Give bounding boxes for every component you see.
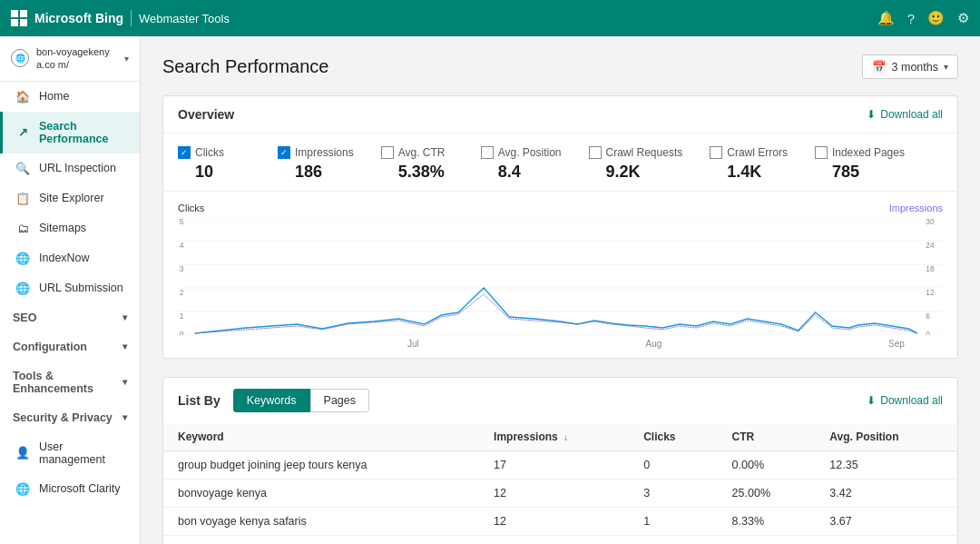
user-mgmt-icon: 👤	[15, 446, 30, 460]
clicks-checkbox[interactable]: ✓	[178, 146, 191, 159]
sidebar-label-site-explorer: Site Explorer	[39, 192, 127, 204]
sidebar-item-microsoft-clarity[interactable]: 🌐 Microsoft Clarity	[0, 474, 140, 504]
tab-pages[interactable]: Pages	[310, 389, 369, 412]
metric-indexed-pages: Indexed Pages 785	[815, 146, 905, 182]
cell-ctr: 0.00%	[718, 451, 816, 480]
brand-appname: Webmaster Tools	[139, 12, 230, 25]
sidebar-item-search-performance[interactable]: ↗ Search Performance	[0, 112, 140, 153]
list-by-title: List By	[178, 393, 220, 408]
avg-ctr-label: Avg. CTR	[398, 146, 446, 159]
cell-clicks: 0	[629, 451, 717, 480]
impressions-label: Impressions	[295, 146, 354, 159]
svg-text:6: 6	[926, 312, 930, 321]
keywords-table: Keyword Impressions ↓ Clicks CTR Avg. Po…	[163, 423, 957, 544]
seo-chevron-icon: ▾	[122, 312, 127, 322]
url-submission-icon: 🌐	[15, 282, 30, 295]
clicks-value: 10	[178, 163, 250, 182]
overview-download-label: Download all	[880, 108, 943, 121]
cell-keyword: bon voyage kenya safaris	[163, 508, 479, 536]
svg-rect-0	[11, 10, 18, 17]
sidebar-item-indexnow[interactable]: 🌐 IndexNow	[0, 243, 140, 273]
svg-text:5: 5	[180, 217, 184, 226]
impressions-sort-arrow: ↓	[564, 432, 568, 442]
site-selector[interactable]: 🌐 bon-voyagekenya.co m/ ▾	[0, 36, 140, 82]
sidebar-section-seo-label: SEO	[13, 312, 36, 324]
list-download-icon: ⬇	[867, 394, 876, 407]
overview-header: Overview ⬇ Download all	[163, 96, 957, 134]
overview-download-link[interactable]: ⬇ Download all	[867, 108, 943, 121]
sidebar-section-tools[interactable]: Tools & Enhancements ▾	[0, 361, 140, 403]
windows-icon	[11, 10, 27, 26]
site-globe-icon: 🌐	[11, 49, 29, 67]
cell-ctr: 25.00%	[718, 480, 816, 508]
chart-left-label: Clicks	[178, 203, 204, 213]
crawl-requests-checkbox[interactable]	[589, 146, 602, 159]
list-by-download-link[interactable]: ⬇ Download all	[867, 394, 943, 407]
indexed-pages-checkbox[interactable]	[815, 146, 828, 159]
sidebar-section-configuration-label: Configuration	[13, 341, 87, 353]
metrics-row: ✓ Clicks 10 ✓ Impressions 186 Avg. CTR	[163, 134, 957, 192]
chart-x-label-sep: Sep	[888, 339, 905, 349]
avg-ctr-value: 5.38%	[381, 163, 454, 182]
metric-impressions: ✓ Impressions 186	[278, 146, 354, 182]
svg-rect-1	[20, 10, 27, 17]
svg-text:3: 3	[180, 264, 184, 273]
date-picker-chevron: ▾	[944, 62, 948, 72]
main-content: Search Performance 📅 3 months ▾ Overview…	[141, 36, 980, 544]
date-picker[interactable]: 📅 3 months ▾	[862, 54, 958, 79]
cell-impressions: 12	[479, 508, 629, 536]
cell-keyword: group budget joining jeep tours kenya	[163, 451, 479, 480]
avg-position-checkbox[interactable]	[481, 146, 494, 159]
table-row: www.bonvoyage kenya 8 0 0.00% 4.50	[163, 536, 957, 545]
avg-ctr-checkbox[interactable]	[381, 146, 394, 159]
sidebar-section-seo[interactable]: SEO ▾	[0, 303, 140, 332]
crawl-errors-label: Crawl Errors	[727, 146, 788, 159]
svg-text:1: 1	[180, 312, 184, 321]
cell-keyword: www.bonvoyage kenya	[163, 536, 479, 545]
sidebar-item-url-submission[interactable]: 🌐 URL Submission	[0, 273, 140, 303]
sidebar-item-url-inspection[interactable]: 🔍 URL Inspection	[0, 153, 140, 183]
tab-buttons: Keywords Pages	[233, 389, 369, 412]
sidebar-item-site-explorer[interactable]: 📋 Site Explorer	[0, 183, 140, 213]
settings-icon[interactable]: ⚙	[957, 10, 969, 26]
col-ctr: CTR	[718, 423, 816, 451]
security-chevron-icon: ▾	[122, 412, 127, 422]
tab-keywords[interactable]: Keywords	[233, 389, 310, 412]
impressions-checkbox[interactable]: ✓	[278, 146, 290, 159]
sidebar-item-sitemaps[interactable]: 🗂 Sitemaps	[0, 213, 140, 243]
sidebar-label-indexnow: IndexNow	[39, 252, 127, 264]
sidebar-item-home[interactable]: 🏠 Home	[0, 82, 140, 112]
sidebar-label-url-submission: URL Submission	[39, 282, 127, 294]
table-row: bonvoyage kenya 12 3 25.00% 3.42	[163, 480, 957, 508]
chart-svg: 5 4 3 2 1 0 30 24 18 12 6 0	[178, 217, 943, 335]
date-range-label: 3 months	[892, 61, 938, 74]
svg-text:30: 30	[926, 217, 935, 226]
sidebar-label-home: Home	[39, 90, 127, 103]
cell-keyword: bonvoyage kenya	[163, 480, 479, 508]
chart-x-labels: Jul Aug Sep	[178, 339, 943, 349]
crawl-errors-checkbox[interactable]	[710, 146, 722, 159]
page-header: Search Performance 📅 3 months ▾	[162, 54, 958, 79]
sidebar-section-security[interactable]: Security & Privacy ▾	[0, 403, 140, 432]
indexnow-icon: 🌐	[15, 252, 30, 265]
sidebar-item-user-management[interactable]: 👤 User management	[0, 432, 140, 474]
download-icon: ⬇	[867, 108, 876, 121]
metric-crawl-requests: Crawl Requests 9.2K	[589, 146, 683, 182]
brand-bing: Microsoft Bing	[34, 11, 123, 25]
chart-x-label-aug: Aug	[645, 339, 662, 349]
help-icon[interactable]: ?	[907, 11, 915, 26]
overview-card: Overview ⬇ Download all ✓ Clicks 10	[162, 95, 958, 359]
sidebar-section-configuration[interactable]: Configuration ▾	[0, 332, 140, 361]
col-impressions[interactable]: Impressions ↓	[479, 423, 629, 451]
cell-impressions: 8	[479, 536, 629, 545]
overview-title: Overview	[178, 107, 867, 122]
avg-position-label: Avg. Position	[498, 146, 562, 159]
search-perf-icon: ↗	[15, 125, 30, 139]
cell-impressions: 17	[479, 451, 629, 480]
cell-clicks: 3	[629, 480, 717, 508]
sidebar-label-microsoft-clarity: Microsoft Clarity	[39, 482, 127, 495]
cell-ctr: 0.00%	[718, 536, 816, 545]
notification-icon[interactable]: 🔔	[877, 10, 895, 26]
user-icon[interactable]: 🙂	[927, 10, 945, 26]
sitemaps-icon: 🗂	[15, 222, 30, 235]
